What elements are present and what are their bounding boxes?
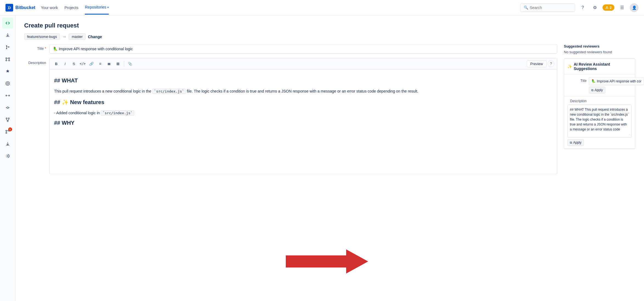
no-reviewers-text: No suggested reviewers found [564,50,635,54]
notifications-icon: ☰ [620,5,624,10]
sidebar-item-pr2[interactable]: 1 [2,126,13,137]
editor-toolbar: B I S </> 🔗 ≡ ≣ ⊞ 📎 Preview ? [50,58,557,69]
ai-title-text: Improve API response with cor [597,79,642,83]
nav-repositories[interactable]: Repositories ▾ [85,1,109,15]
sidebar-item-pipelines[interactable] [2,78,13,89]
ai-sparkle-icon: ✨ [567,64,572,69]
suggested-reviewers-title: Suggested reviewers [564,44,635,48]
main-content: Create pull request feature/some-bugs → … [15,15,644,301]
branch-to-tag[interactable]: master [69,34,86,40]
sidebar-item-settings[interactable] [2,150,13,161]
preview-button[interactable]: Preview [527,60,547,67]
strikethrough-button[interactable]: S [70,60,78,68]
ai-title-row: Title 🦜 Improve API response with cor ⧉ … [564,74,635,96]
sidebar-item-code[interactable] [2,18,13,29]
svg-point-15 [6,130,7,131]
nav-right-actions: 🔍 ? ⚙ ⚠ 2 ☰ 👤 [520,3,639,12]
apply-title-button[interactable]: ⧉ Apply [589,87,605,93]
apply-description-button[interactable]: ⧉ Apply [567,139,584,146]
sidebar-item-pullrequests[interactable] [2,54,13,65]
app-logo[interactable]: Bitbucket [5,4,35,12]
sidebar-item-branches[interactable] [2,42,13,53]
page-title: Create pull request [24,22,635,29]
copy-icon: ⧉ [591,88,593,92]
search-box[interactable]: 🔍 [520,4,575,12]
settings-button[interactable]: ⚙ [590,3,599,12]
svg-rect-0 [10,7,11,7]
sidebar-item-releases[interactable] [2,138,13,149]
svg-point-5 [6,58,7,59]
chevron-down-icon: ▾ [107,6,109,9]
svg-point-3 [6,48,7,49]
change-branches-link[interactable]: Change [88,35,102,39]
new-features-heading: ## ✨ New features [54,98,553,107]
ai-panel-header: ✨ AI Review Assistant Suggestions [564,59,635,74]
form-right-panel: Suggested reviewers No suggested reviewe… [564,44,635,174]
sidebar-item-source[interactable] [2,30,13,41]
nav-your-work[interactable]: Your work [41,1,58,14]
what-heading: ## WHAT [54,76,553,85]
italic-button[interactable]: I [61,60,69,68]
form-section: Title * Description B I S </> 🔗 [24,44,635,174]
link-button[interactable]: 🔗 [88,60,95,68]
title-label: Title * [24,44,46,51]
why-heading: ## WHY [54,118,553,127]
attachment-button[interactable]: 📎 [126,60,134,68]
svg-point-13 [8,118,9,119]
branch-arrow: → [62,34,66,39]
svg-point-2 [6,45,7,46]
alerts-button[interactable]: ⚠ 2 [603,4,614,11]
description-editor: B I S </> 🔗 ≡ ≣ ⊞ 📎 Preview ? [49,58,557,174]
ai-panel-title: AI Review Assistant Suggestions [574,62,632,71]
svg-point-14 [7,121,8,122]
user-icon: 👤 [632,5,637,10]
svg-point-10 [7,83,9,84]
alerts-count: 2 [610,5,612,10]
svg-rect-1 [10,8,11,9]
toolbar-divider [124,61,124,66]
ordered-list-button[interactable]: ≡ [96,60,104,68]
title-input[interactable] [49,44,557,54]
what-paragraph: This pull request introduces a new condi… [54,88,553,94]
ai-title-label: Title [567,77,587,93]
sidebar-item-deployments[interactable] [2,66,13,77]
ai-description-text: ## WHAT This pull request introduces a n… [570,108,629,131]
code-src: `src/index.js` [152,89,186,94]
code-button[interactable]: </> [79,60,86,68]
gear-icon: ⚙ [593,5,597,10]
logo-icon [5,4,13,12]
editor-content[interactable]: ## WHAT This pull request introduces a n… [50,69,557,174]
avatar[interactable]: 👤 [630,3,639,12]
sidebar-item-compare[interactable] [2,90,13,101]
table-button[interactable]: ⊞ [114,60,122,68]
search-icon: 🔍 [524,5,528,10]
app-layout: 1 Create pull request feature/some-bugs … [0,15,644,301]
branch-selector: feature/some-bugs → master Change [24,34,635,40]
svg-point-16 [6,132,7,133]
svg-point-6 [6,60,7,61]
question-icon: ? [581,5,584,10]
bold-button[interactable]: B [52,60,60,68]
branch-from-tag[interactable]: feature/some-bugs [24,34,60,40]
list-item-1: - Added conditional logic in `src/index.… [54,110,553,116]
code-src2: `src/index.js` [101,110,134,116]
ai-title-inner: 🦜 Improve API response with cor ⧉ Apply [589,77,644,93]
ai-title-value: 🦜 Improve API response with cor [589,77,644,85]
sidebar-item-commits[interactable] [2,102,13,113]
required-marker: * [45,46,46,51]
parrot-icon: 🦜 [591,79,596,83]
notifications-button[interactable]: ☰ [618,3,626,12]
help-button[interactable]: ? [578,3,587,12]
ai-description-value: ## WHAT This pull request introduces a n… [567,105,632,138]
sidebar: 1 [0,15,15,301]
description-field-row: Description B I S </> 🔗 ≡ ≣ ⊞ 📎 [24,58,557,174]
help-button[interactable]: ? [548,60,554,67]
title-field-row: Title * [24,44,557,54]
unordered-list-button[interactable]: ≣ [105,60,113,68]
sidebar-item-forks[interactable] [2,114,13,125]
search-input[interactable] [530,5,572,10]
nav-projects[interactable]: Projects [65,1,79,14]
copy-icon-2: ⧉ [570,141,572,144]
svg-point-7 [9,58,10,59]
svg-point-9 [6,82,10,85]
